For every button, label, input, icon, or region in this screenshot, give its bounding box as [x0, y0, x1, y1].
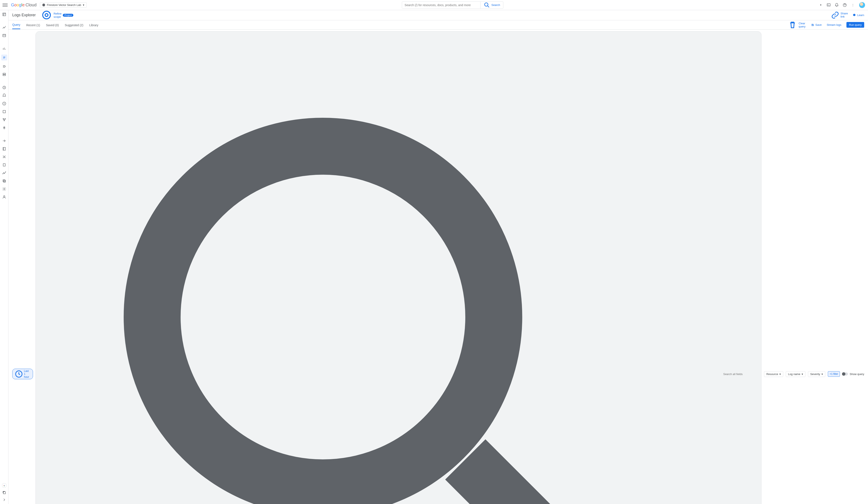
clock-icon [14, 370, 23, 378]
subheader: Logs Explorer Refine scope Project Share… [9, 10, 868, 20]
rail-slo-icon[interactable] [2, 85, 6, 90]
refine-label: Refine scope [53, 12, 62, 18]
rail-uptime-icon[interactable] [2, 110, 6, 114]
page-title: Logs Explorer [12, 13, 36, 17]
learn-link[interactable]: Learn [852, 13, 864, 17]
tabs-row: Query Recent (1) Saved (0) Suggested (2)… [9, 20, 868, 30]
rail-book-icon[interactable] [2, 147, 6, 151]
svg-rect-22 [3, 110, 6, 113]
chevron-down-icon: ▾ [83, 3, 84, 7]
cloud-shell-icon[interactable] [827, 3, 831, 7]
rail-logs-router-icon[interactable] [2, 64, 6, 69]
rail-settings-icon[interactable] [2, 187, 6, 191]
help-icon[interactable] [843, 3, 847, 7]
rail-trace-icon[interactable] [2, 117, 6, 122]
rail-profiler-icon[interactable] [2, 126, 6, 130]
svg-point-0 [485, 3, 488, 6]
rail-integrations-icon[interactable] [2, 483, 6, 487]
svg-rect-2 [827, 3, 830, 6]
search-fields-input[interactable] [723, 372, 759, 376]
toggle-icon [843, 372, 848, 376]
rail-error-icon[interactable] [2, 102, 6, 106]
scope-badge: Project [63, 14, 73, 17]
project-picker[interactable]: Firestore Vector Search Lab ▾ [40, 2, 87, 8]
time-chip-label: Last 1 hour [24, 370, 31, 378]
logname-filter[interactable]: Log name ▾ [786, 371, 805, 377]
rail-expand-icon[interactable] [2, 498, 6, 502]
rail-logs-icon[interactable] [1, 54, 7, 61]
time-range-chip[interactable]: Last 1 hour [12, 369, 33, 379]
svg-point-36 [3, 196, 5, 197]
search-icon [38, 32, 722, 504]
tab-recent[interactable]: Recent (1) [26, 23, 40, 29]
svg-line-45 [465, 460, 608, 504]
svg-point-24 [5, 119, 5, 119]
svg-point-44 [152, 146, 494, 488]
svg-rect-12 [3, 56, 5, 57]
project-name: Firestore Vector Search Lab [47, 3, 81, 7]
svg-rect-7 [3, 34, 6, 37]
rail-copy-icon[interactable] [2, 179, 6, 183]
svg-point-29 [2, 174, 3, 174]
svg-point-23 [3, 119, 3, 119]
rail-copy2-icon[interactable] [2, 491, 6, 495]
resource-filter[interactable]: Resource ▾ [764, 371, 783, 377]
svg-rect-28 [3, 164, 5, 166]
svg-rect-26 [3, 147, 6, 150]
severity-filter[interactable]: Severity ▾ [808, 371, 825, 377]
svg-point-30 [3, 173, 4, 173]
top-header: Google Cloud Firestore Vector Search Lab… [0, 0, 868, 10]
svg-point-37 [3, 485, 4, 486]
rail-alerting-icon[interactable] [2, 93, 6, 98]
rail-person-icon[interactable] [2, 195, 6, 199]
clear-label: Clear query [799, 22, 806, 28]
stream-logs[interactable]: Stream logs [827, 23, 841, 27]
refine-scope[interactable]: Refine scope Project [41, 10, 73, 21]
rail-explorer-icon[interactable] [2, 33, 6, 38]
global-search-button[interactable]: Search [480, 2, 503, 9]
show-query-label: Show query [850, 372, 864, 376]
global-search: Search [402, 1, 503, 9]
search-fields [35, 31, 762, 504]
show-query-toggle[interactable]: Show query [843, 372, 864, 376]
gemini-icon[interactable]: ✦ [818, 3, 823, 7]
share-link[interactable]: Share link [831, 11, 848, 19]
rail-logs-storage-icon[interactable] [2, 72, 6, 76]
rail-shuffle-icon[interactable] [2, 155, 6, 159]
rail-send-icon[interactable] [2, 139, 6, 143]
svg-point-32 [5, 172, 6, 172]
gcp-logo[interactable]: Google Cloud [11, 2, 37, 7]
project-hex-icon [42, 3, 45, 7]
tab-library[interactable]: Library [89, 23, 98, 29]
severity-label: Severity [810, 372, 820, 376]
plus-filter[interactable]: +1 filter [828, 371, 840, 377]
rail-dashboard-icon[interactable] [2, 12, 6, 17]
notifications-icon[interactable] [835, 3, 839, 7]
rail-library-icon[interactable] [2, 163, 6, 167]
resource-label: Resource [766, 372, 778, 376]
more-icon[interactable]: ⋮ [851, 3, 855, 7]
save-query[interactable]: Save [811, 23, 822, 27]
rail-chart-icon[interactable] [2, 47, 6, 51]
tab-suggested[interactable]: Suggested (2) [65, 23, 83, 29]
trash-icon [788, 20, 797, 30]
search-wrap: Search [90, 1, 815, 9]
clear-query[interactable]: Clear query [788, 20, 806, 30]
global-search-input[interactable] [402, 2, 480, 9]
link-icon [831, 11, 839, 19]
svg-point-39 [4, 486, 4, 486]
target-icon [41, 10, 52, 21]
svg-rect-34 [3, 180, 5, 182]
search-icon [484, 2, 490, 9]
rail-metrics-icon[interactable] [2, 25, 6, 30]
tab-query[interactable]: Query [12, 23, 20, 29]
svg-point-31 [4, 173, 5, 174]
tab-saved[interactable]: Saved (0) [46, 23, 59, 29]
logo-cloud-text: Cloud [25, 2, 37, 7]
rail-analytics-icon[interactable] [2, 171, 6, 175]
menu-icon[interactable] [2, 2, 8, 8]
main: Logs Explorer Refine scope Project Share… [9, 10, 868, 504]
learn-label: Learn [857, 13, 864, 17]
run-query-button[interactable]: Run query [846, 22, 864, 28]
avatar[interactable] [859, 2, 866, 9]
